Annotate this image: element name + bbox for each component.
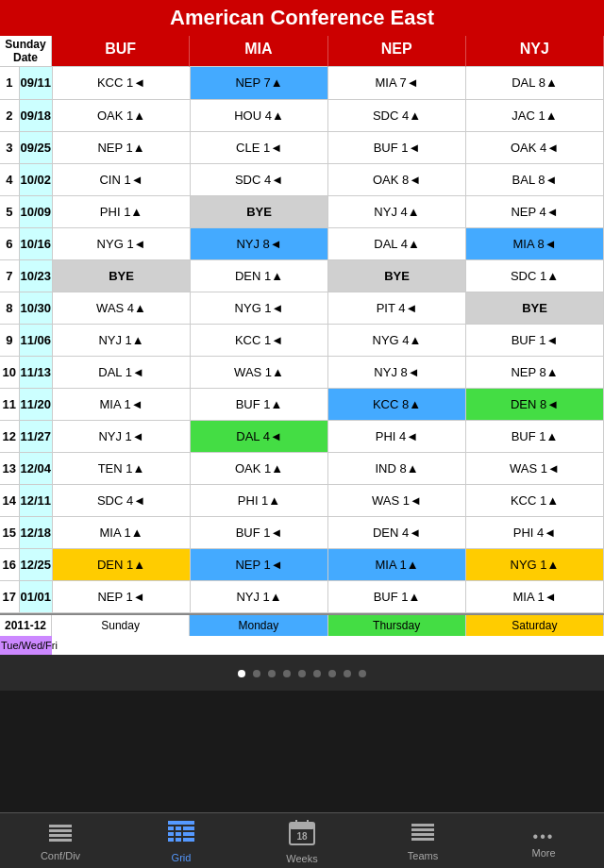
page-dot[interactable] xyxy=(298,670,306,677)
page-dot[interactable] xyxy=(283,670,291,677)
nep-cell: NYG 4▲ xyxy=(328,324,466,356)
nyj-cell: NEP 8▲ xyxy=(466,356,604,388)
row-date: 12/11 xyxy=(19,484,53,516)
mia-cell: NYJ 1▲ xyxy=(191,580,328,612)
more-icon: ••• xyxy=(533,825,555,845)
row-number: 9 xyxy=(0,324,19,356)
nyj-cell: DAL 8▲ xyxy=(466,67,604,99)
buf-cell: NYG 1◄ xyxy=(53,227,191,259)
table-row: 1701/01NEP 1◄NYJ 1▲BUF 1▲MIA 1◄ xyxy=(0,580,604,612)
nep-cell: WAS 1◄ xyxy=(328,484,466,516)
svg-rect-4 xyxy=(168,821,194,825)
nep-cell: BYE xyxy=(328,259,466,292)
mia-cell: HOU 4▲ xyxy=(191,99,328,131)
svg-rect-3 xyxy=(49,839,72,842)
nyj-cell: PHI 4◄ xyxy=(466,516,604,548)
mia-cell: KCC 1◄ xyxy=(191,324,328,356)
page-dot[interactable] xyxy=(313,670,321,677)
table-row: 1612/25DEN 1▲NEP 1◄MIA 1▲NYG 1▲ xyxy=(0,548,604,580)
page-dot[interactable] xyxy=(253,670,260,677)
page-dots xyxy=(0,655,604,691)
team-header-row: Sunday Date BUF MIA NEP NYJ xyxy=(0,36,604,67)
nep-cell: NYJ 4▲ xyxy=(328,195,466,227)
buf-cell: NYJ 1▲ xyxy=(53,324,191,356)
nep-cell: IND 8▲ xyxy=(328,452,466,484)
page-dot[interactable] xyxy=(328,670,336,677)
conference-title: American Conference East xyxy=(0,0,604,36)
table-row: 911/06NYJ 1▲KCC 1◄NYG 4▲BUF 1◄ xyxy=(0,324,604,356)
page-dot[interactable] xyxy=(359,670,366,677)
row-number: 8 xyxy=(0,292,19,324)
buf-cell: PHI 1▲ xyxy=(53,195,191,227)
table-row: 1412/11SDC 4◄PHI 1▲WAS 1◄KCC 1▲ xyxy=(0,484,604,516)
table-row: 1111/20MIA 1◄BUF 1▲KCC 8▲DEN 8◄ xyxy=(0,388,604,420)
table-row: 1312/04TEN 1▲OAK 1▲IND 8▲WAS 1◄ xyxy=(0,452,604,484)
table-row: 209/18OAK 1▲HOU 4▲SDC 4▲JAC 1▲ xyxy=(0,99,604,131)
svg-rect-18 xyxy=(290,823,314,829)
mia-cell: BUF 1▲ xyxy=(191,388,328,420)
nyj-cell: DEN 8◄ xyxy=(466,388,604,420)
row-number: 7 xyxy=(0,259,19,292)
teams-label: Teams xyxy=(408,850,438,861)
row-date: 10/30 xyxy=(19,292,53,324)
buf-cell: MIA 1▲ xyxy=(53,516,191,548)
mia-cell: SDC 4◄ xyxy=(191,163,328,195)
nyj-cell: BUF 1▲ xyxy=(466,420,604,452)
table-row: 1011/13DAL 1◄WAS 1▲NYJ 8◄NEP 8▲ xyxy=(0,356,604,388)
nav-conf-div[interactable]: Conf/Div xyxy=(13,823,108,861)
nep-cell: KCC 8▲ xyxy=(328,388,466,420)
nep-cell: SDC 4▲ xyxy=(328,99,466,131)
buf-cell: KCC 1◄ xyxy=(53,67,191,99)
table-row: 810/30WAS 4▲NYG 1◄PIT 4◄BYE xyxy=(0,292,604,324)
row-number: 5 xyxy=(0,195,19,227)
table-row: 710/23BYEDEN 1▲BYESDC 1▲ xyxy=(0,259,604,292)
page-dot[interactable] xyxy=(268,670,276,677)
buf-cell: DAL 1◄ xyxy=(53,356,191,388)
nyj-cell: JAC 1▲ xyxy=(466,99,604,131)
table-row: 1211/27NYJ 1◄DAL 4◄PHI 4◄BUF 1▲ xyxy=(0,420,604,452)
page-dot[interactable] xyxy=(238,670,245,677)
nyj-cell: OAK 4◄ xyxy=(466,131,604,163)
nav-more[interactable]: ••• More xyxy=(496,825,591,859)
corner-cell: Sunday Date xyxy=(0,36,52,67)
svg-rect-1 xyxy=(49,829,72,832)
svg-rect-6 xyxy=(176,826,181,830)
row-number: 2 xyxy=(0,99,19,131)
nyj-cell: BUF 1◄ xyxy=(466,324,604,356)
table-row: 309/25NEP 1▲CLE 1◄BUF 1◄OAK 4◄ xyxy=(0,131,604,163)
row-date: 10/23 xyxy=(19,259,53,292)
svg-rect-25 xyxy=(411,838,434,841)
row-date: 10/16 xyxy=(19,227,53,259)
svg-rect-5 xyxy=(168,826,174,830)
nav-teams[interactable]: Teams xyxy=(376,822,470,861)
conf-div-label: Conf/Div xyxy=(41,850,80,861)
svg-rect-15 xyxy=(183,838,189,842)
row-number: 4 xyxy=(0,163,19,195)
buf-cell: TEN 1▲ xyxy=(53,452,191,484)
nav-grid[interactable]: Grid xyxy=(134,820,228,863)
nyj-cell: SDC 1▲ xyxy=(466,259,604,292)
nyj-cell: NEP 4◄ xyxy=(466,195,604,227)
svg-rect-23 xyxy=(411,828,434,831)
svg-rect-13 xyxy=(168,838,174,842)
buf-cell: DEN 1▲ xyxy=(53,548,191,580)
nyj-cell: NYG 1▲ xyxy=(466,548,604,580)
weeks-label: Weeks xyxy=(286,853,317,864)
conf-div-icon xyxy=(47,823,74,848)
nep-cell: PIT 4◄ xyxy=(328,292,466,324)
row-number: 17 xyxy=(0,580,19,612)
weeks-icon: 18 xyxy=(289,819,315,851)
nyj-header: NYJ xyxy=(466,36,604,67)
svg-rect-0 xyxy=(49,825,72,827)
row-number: 15 xyxy=(0,516,19,548)
page-dot[interactable] xyxy=(344,670,351,677)
teams-icon xyxy=(410,822,436,848)
buf-cell: WAS 4▲ xyxy=(53,292,191,324)
row-date: 12/04 xyxy=(19,452,53,484)
row-date: 12/18 xyxy=(19,516,53,548)
legend-monday: Monday xyxy=(190,615,327,636)
table-row: 610/16NYG 1◄NYJ 8◄DAL 4▲MIA 8◄ xyxy=(0,227,604,259)
nyj-cell: KCC 1▲ xyxy=(466,484,604,516)
row-number: 3 xyxy=(0,131,19,163)
nav-weeks[interactable]: 18 Weeks xyxy=(255,819,349,864)
